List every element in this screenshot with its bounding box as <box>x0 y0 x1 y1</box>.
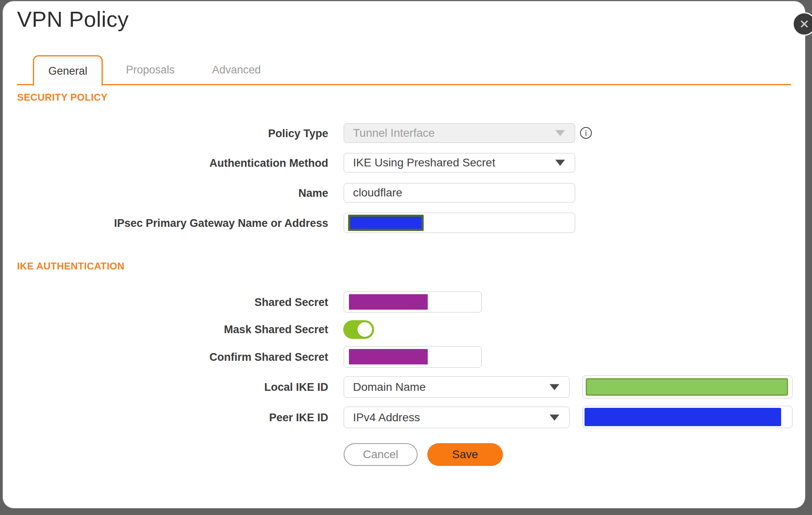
cancel-button[interactable]: Cancel <box>344 443 418 466</box>
shared-secret-input[interactable] <box>344 291 482 312</box>
section-security-policy: SECURITY POLICY <box>17 92 108 103</box>
name-value: cloudflare <box>353 186 402 199</box>
local-ike-id-redaction-box <box>586 378 788 396</box>
tab-underline <box>17 84 791 85</box>
shared-secret-label: Shared Secret <box>41 296 328 309</box>
policy-type-select: Tunnel Interface <box>344 123 575 143</box>
local-ike-id-value-input[interactable] <box>582 375 793 399</box>
authentication-method-select[interactable]: IKE Using Preshared Secret <box>344 153 575 172</box>
local-ike-id-type-value: Domain Name <box>353 381 426 394</box>
mask-shared-secret-toggle[interactable] <box>343 320 374 339</box>
close-icon: ✕ <box>799 17 809 31</box>
peer-ike-id-select[interactable]: IPv4 Address <box>344 407 569 428</box>
tab-general[interactable]: General <box>33 55 103 86</box>
name-input[interactable]: cloudflare <box>344 183 575 203</box>
gateway-label: IPsec Primary Gateway Name or Address <box>41 217 328 230</box>
peer-ike-id-label: Peer IKE ID <box>41 412 328 424</box>
local-ike-id-select[interactable]: Domain Name <box>344 376 569 398</box>
chevron-down-icon <box>555 130 565 136</box>
gateway-input[interactable] <box>344 213 575 233</box>
gateway-redaction-box <box>348 215 424 231</box>
local-ike-id-label: Local IKE ID <box>41 381 328 394</box>
tab-proposals[interactable]: Proposals <box>122 55 179 84</box>
authentication-method-label: Authentication Method <box>41 157 328 170</box>
confirm-shared-secret-input[interactable] <box>344 346 482 368</box>
chevron-down-icon <box>555 160 565 166</box>
shared-secret-redaction-box <box>349 294 428 310</box>
peer-ike-id-value-input[interactable] <box>582 406 793 428</box>
peer-ike-id-type-value: IPv4 Address <box>353 411 420 424</box>
tab-advanced[interactable]: Advanced <box>208 55 265 84</box>
policy-type-value: Tunnel Interface <box>353 127 435 140</box>
name-label: Name <box>41 187 328 200</box>
chevron-down-icon <box>550 414 559 420</box>
toggle-knob <box>357 322 372 337</box>
page-title: VPN Policy <box>17 6 129 32</box>
peer-ike-id-redaction-box <box>585 408 781 426</box>
policy-type-label: Policy Type <box>41 127 328 140</box>
confirm-shared-secret-redaction-box <box>349 349 428 364</box>
save-button[interactable]: Save <box>427 443 503 466</box>
authentication-method-value: IKE Using Preshared Secret <box>353 156 495 169</box>
mask-shared-secret-label: Mask Shared Secret <box>41 323 328 336</box>
confirm-shared-secret-label: Confirm Shared Secret <box>41 351 328 364</box>
section-ike-authentication: IKE AUTHENTICATION <box>17 261 125 272</box>
info-icon[interactable]: i <box>580 127 592 139</box>
chevron-down-icon <box>550 384 559 390</box>
